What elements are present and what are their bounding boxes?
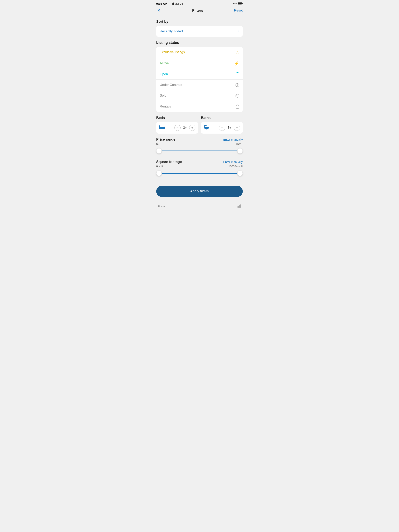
sold-icon [235,94,239,98]
sqft-min-label: 0 sqft [156,165,163,168]
sort-by-label: Sort by [156,20,243,24]
status-icons [233,2,243,5]
bottom-bar-house-label: House [158,205,165,208]
beds-value: 3+ [183,126,187,129]
square-footage-manual-button[interactable]: Enter manually [223,160,243,164]
baths-counter-card: − 3+ + [201,122,243,133]
svg-point-17 [207,126,207,126]
sqft-max-label: 10000+ sqft [228,165,243,168]
battery-icon [238,2,243,5]
rentals-label: Rentals [160,105,171,108]
price-max-label: $5m+ [236,142,243,146]
svg-rect-11 [163,127,165,128]
reset-button[interactable]: Reset [234,9,243,13]
svg-point-18 [208,126,208,126]
under-contract-icon [235,83,239,87]
sort-by-value: Recently added [160,29,183,33]
listing-item-active[interactable]: Active ⚡ [156,58,243,69]
square-footage-section: Square footage Enter manually 0 sqft 100… [156,160,243,177]
baths-increment-button[interactable]: + [234,125,240,131]
bath-icon [204,125,209,131]
open-label: Open [160,72,168,76]
status-bar: 9:16 AM Fri Mar 26 [153,0,246,6]
rentals-icon [236,104,239,109]
svg-rect-3 [237,72,238,73]
svg-point-5 [237,95,238,96]
sqft-slider-left-thumb[interactable] [156,171,162,176]
svg-rect-22 [239,205,240,208]
price-range-manual-button[interactable]: Enter manually [223,138,243,141]
status-time: 9:16 AM Fri Mar 26 [156,2,183,5]
svg-rect-10 [161,127,162,128]
svg-rect-23 [240,204,241,208]
square-footage-title: Square footage [156,160,182,164]
listing-item-under-contract[interactable]: Under Contract [156,80,243,90]
price-range-title: Price range [156,138,175,142]
baths-value: 3+ [227,126,232,129]
svg-rect-15 [207,129,207,129]
beds-counter-card: − 3+ + [156,122,198,133]
bed-icon [159,125,165,130]
apply-button-wrapper: Apply filters [153,182,246,203]
price-range-header: Price range Enter manually [156,138,243,142]
beds-increment-button[interactable]: + [189,125,195,131]
beds-section: Beds − 3+ + [156,116,198,133]
open-icon [236,72,239,76]
exclusive-label: Exclusive listings [160,50,185,54]
sold-label: Sold [160,94,166,98]
svg-rect-14 [206,129,206,129]
listing-item-sold[interactable]: Sold [156,90,243,101]
svg-rect-1 [238,3,242,5]
svg-point-19 [206,125,207,126]
square-footage-header: Square footage Enter manually [156,160,243,164]
listing-status-label: Listing status [156,41,243,45]
nav-bar: ✕ Filters Reset [153,6,246,16]
bottom-bar: House [153,203,246,211]
sqft-slider-track [156,173,243,174]
sort-by-chevron-icon: › [238,29,239,33]
sort-by-card[interactable]: Recently added › [156,26,243,37]
price-range-slider[interactable] [156,147,243,154]
listing-item-open[interactable]: Open [156,69,243,80]
apply-filters-button[interactable]: Apply filters [156,186,243,197]
svg-rect-12 [164,127,165,129]
active-icon: ⚡ [234,61,239,66]
exclusive-icon: ☆ [236,50,239,55]
close-button[interactable]: ✕ [156,8,161,13]
baths-decrement-button[interactable]: − [219,125,225,131]
price-slider-left-thumb[interactable] [156,148,162,154]
baths-section: Baths − [201,116,243,133]
beds-controls: − 3+ + [174,125,195,131]
square-footage-limits: 0 sqft 10000+ sqft [156,165,243,168]
svg-rect-9 [159,125,160,127]
price-slider-right-thumb[interactable] [237,148,243,154]
beds-decrement-button[interactable]: − [174,125,180,131]
svg-rect-20 [237,206,238,208]
sqft-slider-right-thumb[interactable] [237,171,243,176]
under-contract-label: Under Contract [160,83,182,87]
price-min-label: $0 [156,142,159,146]
baths-label: Baths [201,116,243,120]
bottom-bar-chart-icon [237,204,241,208]
svg-rect-21 [238,206,239,208]
listing-item-rentals[interactable]: Rentals [156,101,243,112]
listing-status-card: Exclusive listings ☆ Active ⚡ Open Under… [156,47,243,112]
beds-label: Beds [156,116,198,120]
page-title: Filters [192,8,203,13]
price-slider-track [156,151,243,151]
active-label: Active [160,61,169,65]
beds-baths-row: Beds − 3+ + [156,116,243,133]
main-content: Sort by Recently added › Listing status … [153,20,246,177]
price-range-limits: $0 $5m+ [156,142,243,146]
listing-item-exclusive[interactable]: Exclusive listings ☆ [156,47,243,58]
baths-controls: − 3+ + [219,125,240,131]
price-range-section: Price range Enter manually $0 $5m+ [156,138,243,154]
wifi-icon [233,2,237,5]
square-footage-slider[interactable] [156,170,243,177]
